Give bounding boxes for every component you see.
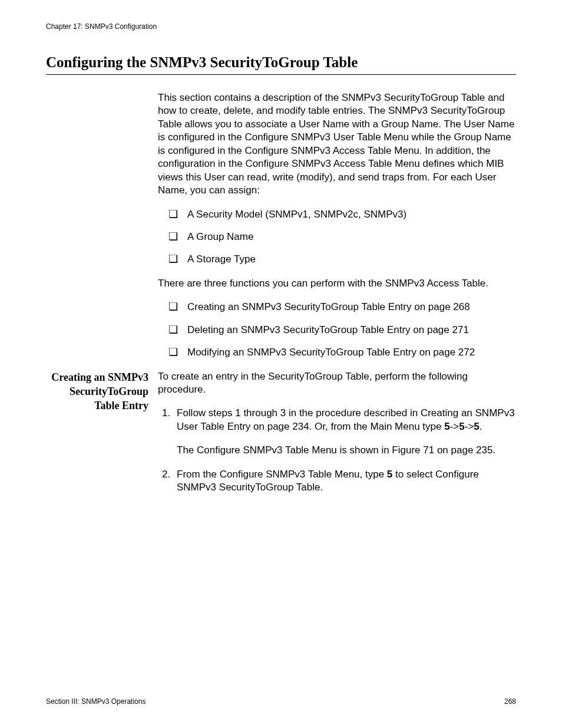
step-bold: 5 [474,421,479,432]
step-text: -> [450,421,459,432]
list-item: Deleting an SNMPv3 SecurityToGroup Table… [184,324,516,337]
functions-paragraph: There are three functions you can perfor… [158,277,516,290]
subsection-lead: To create an entry in the SecurityToGrou… [158,370,516,397]
intro-block: This section contains a description of t… [46,91,516,370]
list-item: A Group Name [184,230,516,243]
list-item: Modifying an SNMPv3 SecurityToGroup Tabl… [184,346,516,359]
procedure-step: From the Configure SNMPv3 Table Menu, ty… [173,468,516,495]
page-footer: Section III: SNMPv3 Operations 268 [46,697,516,706]
subsection-block: Creating an SNMPv3 SecurityToGroup Table… [46,370,516,505]
list-item: A Security Model (SNMPv1, SNMPv2c, SNMPv… [184,208,516,221]
subsection-heading: Creating an SNMPv3 SecurityToGroup Table… [46,370,158,413]
footer-section: Section III: SNMPv3 Operations [46,697,146,706]
step-bold: 5 [459,421,464,432]
list-item: Creating an SNMPv3 SecurityToGroup Table… [184,301,516,314]
step-bold: 5 [387,469,392,480]
list-item: A Storage Type [184,253,516,266]
chapter-header: Chapter 17: SNMPv3 Configuration [46,22,516,31]
step-text: . [480,421,482,432]
procedure-list: Follow steps 1 through 3 in the procedur… [158,407,516,494]
procedure-step: Follow steps 1 through 3 in the procedur… [173,407,516,457]
step-extra-text: The Configure SNMPv3 Table Menu is shown… [177,444,516,457]
step-bold: 5 [444,421,449,432]
intro-paragraph: This section contains a description of t… [158,91,516,197]
step-text: From the Configure SNMPv3 Table Menu, ty… [177,469,387,480]
page-number: 268 [504,697,516,706]
section-title: Configuring the SNMPv3 SecurityToGroup T… [46,54,516,75]
functions-list: Creating an SNMPv3 SecurityToGroup Table… [158,301,516,359]
step-text: -> [465,421,474,432]
assign-list: A Security Model (SNMPv1, SNMPv2c, SNMPv… [158,208,516,266]
